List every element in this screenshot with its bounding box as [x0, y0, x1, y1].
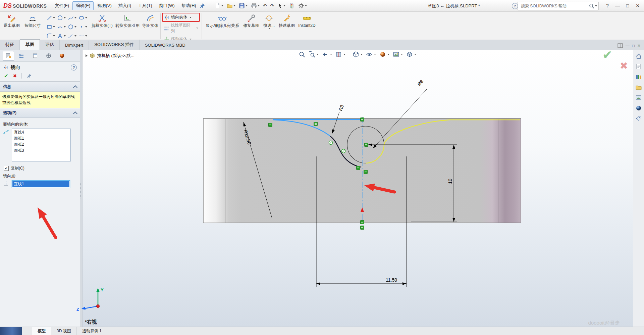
- app-help-button[interactable]: ?: [602, 1, 612, 11]
- open-button[interactable]: [226, 2, 236, 9]
- tab-dimxpert-manager[interactable]: [43, 51, 54, 61]
- tab-dimxpert[interactable]: DimXpert: [60, 41, 89, 50]
- display-style-button[interactable]: [353, 51, 363, 58]
- menu-file[interactable]: 文件(F): [51, 1, 72, 10]
- rectangle-tool[interactable]: [45, 22, 56, 31]
- spline-tool[interactable]: [67, 13, 77, 22]
- graphics-viewport[interactable]: 拉机柄 (默认<<默...: [82, 50, 633, 327]
- doc-minimize-button[interactable]: —: [626, 43, 630, 48]
- print-button[interactable]: [250, 2, 261, 9]
- offset-entities-button[interactable]: 等距实体: [141, 12, 159, 40]
- save-button[interactable]: [238, 2, 249, 9]
- copy-checkbox[interactable]: ✔: [4, 166, 9, 171]
- text-tool[interactable]: [56, 32, 66, 40]
- circle-tool[interactable]: [56, 13, 66, 22]
- tab-sketch[interactable]: 草图: [20, 39, 40, 50]
- menu-tools[interactable]: 工具(T): [135, 1, 156, 10]
- close-button[interactable]: ✕: [633, 1, 643, 11]
- menu-help[interactable]: 帮助(H): [178, 1, 200, 10]
- exit-sketch-button[interactable]: 退出草图: [1, 12, 22, 40]
- new-document-button[interactable]: [214, 2, 224, 9]
- split-pane-icon[interactable]: [618, 43, 623, 48]
- pm-pin-icon[interactable]: [26, 73, 32, 79]
- menu-insert[interactable]: 插入(I): [115, 1, 135, 10]
- zoom-area-button[interactable]: [309, 51, 319, 58]
- trim-entities-button[interactable]: 剪裁实体(T): [90, 12, 114, 40]
- tab-mbd[interactable]: SOLIDWORKS MBD: [140, 41, 191, 50]
- motion-study-tab[interactable]: 运动算例 1: [77, 327, 107, 335]
- quick-snaps-button[interactable]: 快速...: [261, 12, 277, 40]
- section-view-button[interactable]: [335, 51, 345, 58]
- mirror-about-field[interactable]: 直线1: [12, 180, 70, 188]
- ellipse-tool[interactable]: [77, 13, 88, 22]
- taskpane-home-icon[interactable]: [635, 53, 642, 59]
- entities-to-mirror-list[interactable]: 直线4 圆弧1 圆弧2 圆弧3: [12, 129, 71, 161]
- search-input[interactable]: [519, 3, 589, 9]
- feature-tree-flyout[interactable]: 拉机柄 (默认<<默...: [86, 53, 135, 59]
- tab-features[interactable]: 特征: [0, 40, 20, 50]
- menu-window[interactable]: 窗口(W): [156, 1, 178, 10]
- taskpane-appearances-icon[interactable]: [635, 105, 642, 111]
- menu-edit[interactable]: 编辑(E): [72, 1, 94, 10]
- pm-ok-button[interactable]: ✔: [4, 73, 8, 79]
- model-tab[interactable]: 模型: [32, 327, 51, 335]
- point-tool[interactable]: [77, 22, 88, 31]
- taskpane-resources-icon[interactable]: [635, 63, 642, 70]
- help-icon[interactable]: ?: [512, 3, 518, 9]
- expand-caret-icon[interactable]: [86, 54, 88, 57]
- linear-pattern-button[interactable]: 线性草图阵列: [163, 22, 199, 34]
- 3d-views-tab[interactable]: 3D 视图: [51, 327, 77, 335]
- taskpane-view-palette-icon[interactable]: [635, 94, 642, 101]
- pin-menu-icon[interactable]: [200, 3, 205, 8]
- section-options-header[interactable]: 选项(P): [0, 108, 80, 118]
- list-item[interactable]: 圆弧1: [12, 135, 70, 141]
- convert-entities-button[interactable]: 转换实体引用: [114, 12, 141, 40]
- redo-button[interactable]: ↷: [269, 2, 275, 9]
- taskpane-custom-properties-icon[interactable]: [635, 115, 642, 122]
- mirror-entities-button[interactable]: 镜向实体: [163, 14, 199, 20]
- smart-dimension-button[interactable]: 智能尺寸: [22, 12, 43, 40]
- tab-feature-tree[interactable]: [16, 51, 28, 61]
- list-item[interactable]: 圆弧3: [12, 147, 70, 153]
- construction-tool[interactable]: [77, 32, 88, 40]
- tab-display-manager[interactable]: [56, 51, 68, 61]
- pm-help-icon[interactable]: ?: [71, 64, 77, 70]
- fillet-tool[interactable]: [45, 32, 56, 40]
- apply-scene-button[interactable]: [393, 51, 403, 58]
- pm-cancel-button[interactable]: ✖: [13, 73, 17, 79]
- confirm-ok-corner[interactable]: ✔: [602, 48, 612, 62]
- hide-show-items-button[interactable]: [366, 51, 376, 58]
- maximize-button[interactable]: □: [623, 1, 633, 11]
- select-button[interactable]: [276, 2, 286, 9]
- list-item[interactable]: 直线4: [12, 129, 70, 135]
- display-relations-button[interactable]: 显示/删除几何关系: [203, 12, 242, 40]
- rebuild-button[interactable]: [288, 2, 296, 9]
- doc-restore-button[interactable]: □: [632, 43, 635, 48]
- edit-appearance-button[interactable]: [379, 51, 389, 58]
- line-tool[interactable]: [45, 13, 56, 22]
- mirror-about-selected[interactable]: 直线1: [12, 181, 69, 187]
- minimize-button[interactable]: —: [612, 1, 623, 11]
- doc-close-button[interactable]: ✕: [637, 43, 641, 48]
- centerline-tool[interactable]: [67, 32, 77, 40]
- options-button[interactable]: [297, 2, 308, 9]
- polygon-tool[interactable]: [67, 22, 77, 31]
- rapid-sketch-button[interactable]: 快速草图: [277, 12, 296, 40]
- zoom-fit-button[interactable]: [299, 51, 305, 58]
- tab-addins[interactable]: SOLIDWORKS 插件: [89, 40, 140, 50]
- instant2d-button[interactable]: Instant2D: [296, 12, 318, 40]
- tab-configurations[interactable]: [30, 51, 41, 61]
- arc-tool[interactable]: [56, 22, 66, 31]
- menu-view[interactable]: 视图(V): [94, 1, 115, 10]
- undo-button[interactable]: ↶: [262, 2, 268, 9]
- section-message-header[interactable]: 信息: [0, 82, 80, 92]
- taskpane-file-explorer-icon[interactable]: [635, 84, 642, 91]
- view-orientation-button[interactable]: [406, 51, 416, 58]
- taskpane-design-library-icon[interactable]: [635, 74, 642, 80]
- previous-view-button[interactable]: [322, 51, 332, 58]
- search-icon[interactable]: [589, 3, 594, 9]
- repair-sketch-button[interactable]: 修复草图: [242, 12, 261, 40]
- list-item[interactable]: 圆弧2: [12, 141, 70, 147]
- tab-property-manager[interactable]: [3, 51, 14, 61]
- tab-evaluate[interactable]: 评估: [40, 40, 60, 50]
